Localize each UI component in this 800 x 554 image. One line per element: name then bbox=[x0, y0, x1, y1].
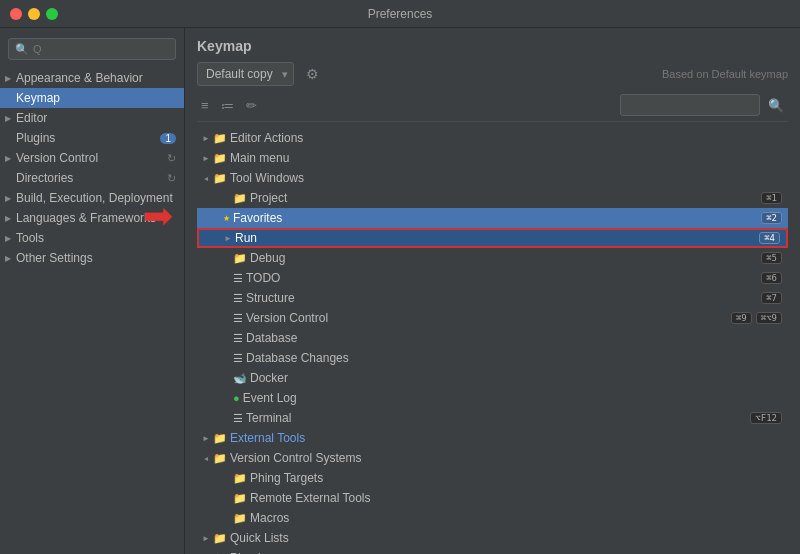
folder-icon: 📁 bbox=[213, 532, 227, 545]
toolbar-right: 🔍 bbox=[620, 94, 788, 116]
tree-item-remote-ext-tools[interactable]: 📁 Remote External Tools bbox=[197, 488, 788, 508]
tree-item-macros[interactable]: 📁 Macros bbox=[197, 508, 788, 528]
tree-item-label: Tool Windows bbox=[230, 171, 788, 185]
sidebar-item-tools[interactable]: Tools bbox=[0, 228, 184, 248]
list-icon: ☰ bbox=[233, 292, 243, 305]
tree-item-label: Main menu bbox=[230, 151, 788, 165]
close-button[interactable] bbox=[10, 8, 22, 20]
tree-item-todo[interactable]: ☰ TODO ⌘6 bbox=[197, 268, 788, 288]
sidebar-item-label: Languages & Frameworks bbox=[16, 211, 156, 225]
shortcut: ⌘7 bbox=[759, 292, 782, 304]
folder-icon: 📁 bbox=[213, 432, 227, 445]
window-controls[interactable] bbox=[10, 8, 58, 20]
tree-item-tool-windows[interactable]: ▾ 📁 Tool Windows bbox=[197, 168, 788, 188]
sidebar: 🔍 Appearance & Behavior Keymap Editor Pl… bbox=[0, 28, 185, 554]
page-title: Keymap bbox=[197, 38, 788, 54]
sidebar-item-version-control[interactable]: Version Control ↻ bbox=[0, 148, 184, 168]
sidebar-search[interactable]: 🔍 bbox=[8, 38, 176, 60]
arrow-icon: ► bbox=[201, 534, 211, 543]
tree-item-phing-targets[interactable]: 📁 Phing Targets bbox=[197, 468, 788, 488]
sidebar-item-build[interactable]: Build, Execution, Deployment bbox=[0, 188, 184, 208]
keymap-search-input[interactable] bbox=[627, 99, 753, 111]
arrow-icon: ▾ bbox=[202, 173, 211, 183]
titlebar: Preferences bbox=[0, 0, 800, 28]
sidebar-search-input[interactable] bbox=[33, 43, 169, 55]
sidebar-item-label: Keymap bbox=[16, 91, 60, 105]
list-icon: ☰ bbox=[233, 272, 243, 285]
tree-item-label: Version Control Systems bbox=[230, 451, 788, 465]
list-icon: ☰ bbox=[233, 332, 243, 345]
minimize-button[interactable] bbox=[28, 8, 40, 20]
tree-item-terminal[interactable]: ☰ Terminal ⌥F12 bbox=[197, 408, 788, 428]
list-view-button[interactable]: ≡ bbox=[197, 96, 213, 115]
list-icon: ☰ bbox=[233, 312, 243, 325]
tree-view-button[interactable]: ≔ bbox=[217, 96, 238, 115]
sync-icon: ↻ bbox=[167, 172, 176, 185]
tree-item-project[interactable]: 📁 Project ⌘1 bbox=[197, 188, 788, 208]
gear-button[interactable]: ⚙ bbox=[302, 64, 323, 84]
sync-icon: ↻ bbox=[167, 152, 176, 165]
sidebar-item-plugins[interactable]: Plugins 1 bbox=[0, 128, 184, 148]
keymap-select[interactable]: Default copy bbox=[197, 62, 294, 86]
shortcut: ⌘1 bbox=[759, 192, 782, 204]
keymap-selector-row: Default copy ⚙ Based on Default keymap bbox=[197, 62, 788, 86]
list-icon: ☰ bbox=[233, 352, 243, 365]
tree-item-label: Debug bbox=[250, 251, 759, 265]
sidebar-item-appearance-behavior[interactable]: Appearance & Behavior bbox=[0, 68, 184, 88]
shortcut: ⌘5 bbox=[759, 252, 782, 264]
tree-item-editor-actions[interactable]: ► 📁 Editor Actions bbox=[197, 128, 788, 148]
tree-item-database-changes[interactable]: ☰ Database Changes bbox=[197, 348, 788, 368]
tree-item-version-control[interactable]: ☰ Version Control ⌘9⌘⌥9 bbox=[197, 308, 788, 328]
tree-item-docker[interactable]: 🐋 Docker bbox=[197, 368, 788, 388]
tree-item-plugins[interactable]: ► 📁 Plug-ins bbox=[197, 548, 788, 554]
tree-item-label: Macros bbox=[250, 511, 788, 525]
tree-item-main-menu[interactable]: ► 📁 Main menu bbox=[197, 148, 788, 168]
tree-item-debug[interactable]: 📁 Debug ⌘5 bbox=[197, 248, 788, 268]
sidebar-item-label: Build, Execution, Deployment bbox=[16, 191, 173, 205]
sidebar-item-label: Plugins bbox=[16, 131, 55, 145]
tree-item-label: TODO bbox=[246, 271, 759, 285]
folder-icon: 📁 bbox=[233, 472, 247, 485]
keymap-select-wrapper[interactable]: Default copy bbox=[197, 62, 294, 86]
arrow-icon: ▾ bbox=[202, 453, 211, 463]
tree-item-label: Terminal bbox=[246, 411, 748, 425]
tree-item-favorites[interactable]: ★ Favorites ⌘2 bbox=[197, 208, 788, 228]
sidebar-item-other-settings[interactable]: Other Settings bbox=[0, 248, 184, 268]
sidebar-item-editor[interactable]: Editor bbox=[0, 108, 184, 128]
folder-icon: 📁 bbox=[233, 492, 247, 505]
sidebar-item-label: Appearance & Behavior bbox=[16, 71, 143, 85]
tree-item-label: Database bbox=[246, 331, 788, 345]
tree-item-event-log[interactable]: ● Event Log bbox=[197, 388, 788, 408]
folder-icon: 📁 bbox=[213, 132, 227, 145]
tree-item-label: Database Changes bbox=[246, 351, 788, 365]
tree-item-label: Editor Actions bbox=[230, 131, 788, 145]
content-area: Keymap Default copy ⚙ Based on Default k… bbox=[185, 28, 800, 554]
sidebar-item-label: Tools bbox=[16, 231, 44, 245]
tree-item-label: Quick Lists bbox=[230, 531, 788, 545]
tree-item-label: Structure bbox=[246, 291, 759, 305]
search-box[interactable] bbox=[620, 94, 760, 116]
sidebar-item-directories[interactable]: Directories ↻ bbox=[0, 168, 184, 188]
search-options-button[interactable]: 🔍 bbox=[764, 96, 788, 115]
search-icon: 🔍 bbox=[15, 43, 29, 56]
tree-item-external-tools[interactable]: ► 📁 External Tools bbox=[197, 428, 788, 448]
toolbar: ≡ ≔ ✏ 🔍 bbox=[197, 94, 788, 122]
tree-item-database[interactable]: ☰ Database bbox=[197, 328, 788, 348]
tree-list: ► 📁 Editor Actions ► 📁 Main menu ▾ 📁 Too… bbox=[197, 128, 788, 554]
arrow-icon: ► bbox=[201, 434, 211, 443]
star-icon: ★ bbox=[221, 214, 231, 223]
folder-icon: 📁 bbox=[233, 192, 247, 205]
tree-item-vcs[interactable]: ▾ 📁 Version Control Systems bbox=[197, 448, 788, 468]
tree-item-label: Favorites bbox=[233, 211, 759, 225]
tree-item-run[interactable]: ► Run ⌘4 bbox=[197, 228, 788, 248]
sidebar-item-keymap[interactable]: Keymap bbox=[0, 88, 184, 108]
window-title: Preferences bbox=[368, 7, 433, 21]
arrow-icon: ► bbox=[201, 134, 211, 143]
edit-button[interactable]: ✏ bbox=[242, 96, 261, 115]
sidebar-item-label: Directories bbox=[16, 171, 73, 185]
tree-item-structure[interactable]: ☰ Structure ⌘7 bbox=[197, 288, 788, 308]
maximize-button[interactable] bbox=[46, 8, 58, 20]
shortcut: ⌘4 bbox=[757, 232, 780, 244]
tree-item-quick-lists[interactable]: ► 📁 Quick Lists bbox=[197, 528, 788, 548]
sidebar-item-languages[interactable]: Languages & Frameworks bbox=[0, 208, 184, 228]
